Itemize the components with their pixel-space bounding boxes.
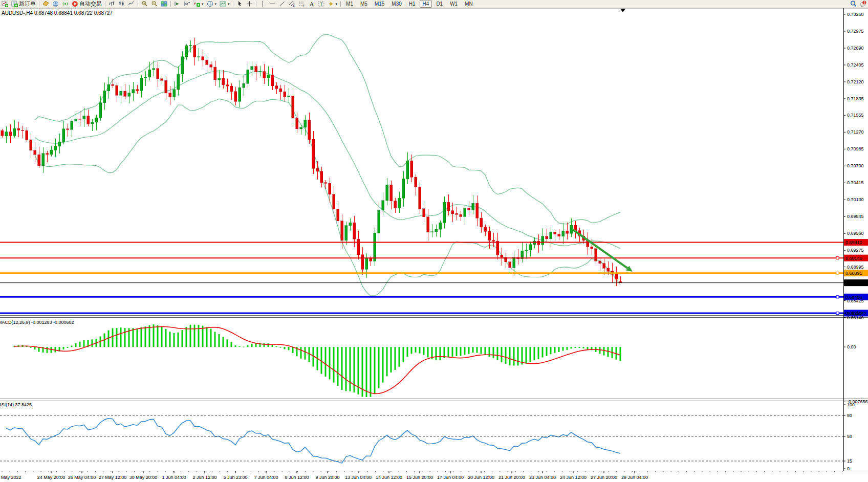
signals-button[interactable] (60, 0, 70, 8)
channel-tool-button[interactable]: E (287, 0, 297, 8)
macd-histogram-bar (366, 347, 367, 397)
candle (267, 67, 270, 86)
time-axis-label: 26 May 04:00 (68, 475, 96, 480)
cursor-tool-button[interactable] (235, 0, 245, 8)
macd-histogram-bar (558, 347, 560, 352)
candle (324, 180, 327, 189)
candle (247, 62, 249, 87)
support-line-1-handle[interactable] (836, 296, 839, 298)
candle (132, 82, 135, 101)
macd-histogram-bar (239, 346, 241, 347)
periods-icon (207, 1, 213, 7)
candle (128, 85, 131, 103)
text-tool-button[interactable]: A (307, 0, 316, 8)
macd-histogram-bar (587, 347, 589, 349)
timeframe-button-w1[interactable]: W1 (447, 0, 461, 8)
macd-histogram-bar (599, 347, 601, 354)
macd-histogram-bar (517, 347, 519, 365)
macd-histogram-bar (538, 347, 539, 359)
zoom-out-button[interactable] (149, 0, 159, 8)
macd-histogram-bar (165, 329, 167, 347)
candle (13, 120, 16, 138)
candle (83, 108, 85, 127)
macd-histogram-bar (214, 332, 216, 347)
chart-canvas[interactable]: 0.732600.729750.726900.724050.721200.718… (0, 0, 868, 482)
macd-histogram-bar (124, 328, 126, 347)
trendline-tool-button[interactable] (277, 0, 287, 8)
resistance-line-2-handle[interactable] (836, 257, 839, 259)
macd-histogram-bar (210, 329, 212, 347)
crosshair-tool-button[interactable] (245, 0, 254, 8)
zoom-in-icon (141, 1, 148, 7)
profile-button[interactable] (51, 0, 60, 8)
timeframe-button-d1[interactable]: D1 (433, 0, 446, 8)
svg-text:E: E (293, 4, 295, 7)
chart-shift-marker[interactable] (620, 9, 625, 12)
timeframe-button-m1[interactable]: M1 (343, 0, 356, 8)
timeframe-button-m5[interactable]: M5 (357, 0, 371, 8)
auto-scroll-button[interactable] (172, 0, 182, 8)
autotrade-button[interactable]: 自动交易 (70, 0, 103, 8)
chart-shift-button[interactable] (182, 0, 192, 8)
candle (26, 127, 28, 142)
hline-tool-button[interactable] (268, 0, 277, 8)
candle (1, 129, 4, 138)
vline-tool-button[interactable] (258, 0, 268, 8)
candle (554, 230, 556, 240)
macd-histogram-bar (345, 347, 347, 391)
macd-histogram-bar (395, 347, 396, 370)
candle (91, 119, 94, 131)
label-icon: T (318, 1, 324, 7)
timeframe-button-m30[interactable]: M30 (388, 0, 404, 8)
candle (460, 211, 462, 221)
fibonacci-tool-button[interactable]: F (297, 0, 307, 8)
toolbar-separator (105, 1, 105, 7)
timeframe-button-h4[interactable]: H4 (420, 0, 432, 8)
candle (480, 212, 483, 233)
candle (541, 228, 544, 251)
candle (312, 131, 315, 174)
trend-arrow[interactable] (572, 229, 633, 272)
gold-note-icon (42, 1, 49, 7)
macd-histogram-bar (178, 333, 179, 347)
rsi-axis-label: 0 (847, 466, 850, 471)
time-axis-label: 24 Jun 12:00 (560, 475, 587, 480)
candle (390, 181, 393, 209)
candle (38, 147, 40, 168)
search-button[interactable] (849, 0, 858, 8)
candle (161, 76, 163, 84)
support-line-2-handle[interactable] (836, 312, 839, 314)
templates-button[interactable]: ▾ (218, 0, 231, 8)
notifications-button[interactable]: 1 (858, 0, 868, 8)
macd-histogram-bar (149, 325, 150, 347)
candlestick-mode-button[interactable] (117, 0, 126, 8)
rsi-axis-label: 50 (847, 434, 852, 439)
arrows-tool-button[interactable]: ▾ (326, 0, 339, 8)
timeframe-button-m15[interactable]: M15 (372, 0, 387, 8)
history-center-button[interactable] (41, 0, 51, 8)
candle (529, 242, 532, 256)
tile-windows-button[interactable] (159, 0, 169, 8)
bar-chart-mode-button[interactable] (107, 0, 117, 8)
time-axis-label: 27 May 12:00 (99, 475, 127, 480)
chartshift-icon (184, 1, 190, 7)
time-axis-label: 13 Jun 04:00 (345, 475, 372, 480)
chevron-down-icon: ▾ (336, 2, 338, 6)
vline-icon (259, 1, 266, 7)
pivot-line-handle[interactable] (836, 272, 839, 274)
timeframe-button-h1[interactable]: H1 (406, 0, 419, 8)
label-tool-button[interactable]: T (316, 0, 326, 8)
new-order-button[interactable]: 新订单 (10, 0, 37, 8)
price-tag-label: 0.68727 (845, 280, 862, 286)
zoom-in-button[interactable] (140, 0, 149, 8)
new-chart-button[interactable] (0, 0, 10, 8)
macd-histogram-bar (182, 330, 183, 347)
line-chart-mode-button[interactable] (126, 0, 136, 8)
candle (337, 201, 339, 227)
indicators-button[interactable]: ▾ (192, 0, 205, 8)
candle (505, 253, 507, 268)
macd-histogram-bar (583, 347, 584, 348)
macd-histogram-bar (337, 347, 339, 386)
timeframe-button-mn[interactable]: MN (462, 0, 476, 8)
periods-button[interactable]: ▾ (205, 0, 219, 8)
